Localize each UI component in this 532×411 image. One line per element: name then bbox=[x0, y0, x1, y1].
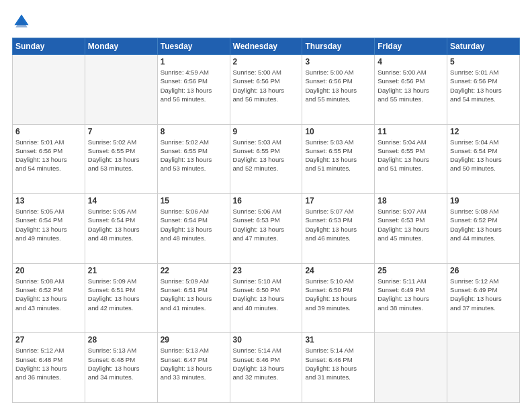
day-header-tuesday: Tuesday bbox=[157, 38, 230, 55]
day-cell: 19Sunrise: 5:08 AM Sunset: 6:52 PM Dayli… bbox=[447, 194, 520, 264]
page: SundayMondayTuesdayWednesdayThursdayFrid… bbox=[0, 0, 532, 411]
day-cell bbox=[447, 333, 520, 403]
week-row-2: 6Sunrise: 5:01 AM Sunset: 6:56 PM Daylig… bbox=[13, 124, 520, 194]
day-number: 11 bbox=[378, 127, 444, 136]
day-cell: 12Sunrise: 5:04 AM Sunset: 6:54 PM Dayli… bbox=[447, 124, 520, 194]
day-cell: 4Sunrise: 5:00 AM Sunset: 6:56 PM Daylig… bbox=[375, 55, 447, 125]
day-cell: 28Sunrise: 5:13 AM Sunset: 6:48 PM Dayli… bbox=[85, 333, 157, 403]
day-info: Sunrise: 5:00 AM Sunset: 6:56 PM Dayligh… bbox=[233, 68, 300, 103]
day-cell: 29Sunrise: 5:13 AM Sunset: 6:47 PM Dayli… bbox=[157, 333, 230, 403]
calendar-body: 1Sunrise: 4:59 AM Sunset: 6:56 PM Daylig… bbox=[13, 55, 520, 403]
day-info: Sunrise: 5:10 AM Sunset: 6:50 PM Dayligh… bbox=[233, 277, 300, 312]
day-cell: 22Sunrise: 5:09 AM Sunset: 6:51 PM Dayli… bbox=[157, 263, 230, 333]
day-number: 26 bbox=[450, 266, 517, 275]
day-number: 10 bbox=[305, 127, 371, 136]
day-info: Sunrise: 5:12 AM Sunset: 6:48 PM Dayligh… bbox=[15, 346, 82, 381]
day-cell: 25Sunrise: 5:11 AM Sunset: 6:49 PM Dayli… bbox=[375, 263, 447, 333]
day-info: Sunrise: 5:05 AM Sunset: 6:54 PM Dayligh… bbox=[15, 207, 82, 242]
day-number: 19 bbox=[450, 196, 517, 205]
day-info: Sunrise: 5:13 AM Sunset: 6:48 PM Dayligh… bbox=[88, 346, 154, 381]
week-row-1: 1Sunrise: 4:59 AM Sunset: 6:56 PM Daylig… bbox=[13, 55, 520, 125]
day-info: Sunrise: 5:05 AM Sunset: 6:54 PM Dayligh… bbox=[88, 207, 154, 242]
day-cell: 11Sunrise: 5:04 AM Sunset: 6:55 PM Dayli… bbox=[375, 124, 447, 194]
logo-icon bbox=[12, 12, 31, 31]
day-header-friday: Friday bbox=[375, 38, 447, 55]
day-cell bbox=[85, 55, 157, 125]
day-info: Sunrise: 5:07 AM Sunset: 6:53 PM Dayligh… bbox=[305, 207, 371, 242]
day-header-wednesday: Wednesday bbox=[230, 38, 302, 55]
day-number: 5 bbox=[450, 57, 517, 66]
day-cell: 23Sunrise: 5:10 AM Sunset: 6:50 PM Dayli… bbox=[230, 263, 302, 333]
header-row: SundayMondayTuesdayWednesdayThursdayFrid… bbox=[13, 38, 520, 55]
day-number: 21 bbox=[88, 266, 154, 275]
day-cell: 27Sunrise: 5:12 AM Sunset: 6:48 PM Dayli… bbox=[13, 333, 85, 403]
day-info: Sunrise: 5:04 AM Sunset: 6:55 PM Dayligh… bbox=[378, 138, 444, 173]
logo bbox=[12, 12, 34, 31]
day-cell: 26Sunrise: 5:12 AM Sunset: 6:49 PM Dayli… bbox=[447, 263, 520, 333]
day-number: 20 bbox=[15, 266, 82, 275]
day-info: Sunrise: 5:06 AM Sunset: 6:54 PM Dayligh… bbox=[161, 207, 227, 242]
day-info: Sunrise: 5:06 AM Sunset: 6:53 PM Dayligh… bbox=[233, 207, 300, 242]
calendar-header: SundayMondayTuesdayWednesdayThursdayFrid… bbox=[13, 38, 520, 55]
day-header-monday: Monday bbox=[85, 38, 157, 55]
day-number: 24 bbox=[305, 266, 371, 275]
day-info: Sunrise: 5:09 AM Sunset: 6:51 PM Dayligh… bbox=[161, 277, 227, 312]
day-info: Sunrise: 5:08 AM Sunset: 6:52 PM Dayligh… bbox=[450, 207, 517, 242]
day-cell: 13Sunrise: 5:05 AM Sunset: 6:54 PM Dayli… bbox=[13, 194, 85, 264]
day-number: 1 bbox=[161, 57, 227, 66]
day-info: Sunrise: 5:02 AM Sunset: 6:55 PM Dayligh… bbox=[161, 138, 227, 173]
day-number: 12 bbox=[450, 127, 517, 136]
day-cell: 15Sunrise: 5:06 AM Sunset: 6:54 PM Dayli… bbox=[157, 194, 230, 264]
day-cell: 21Sunrise: 5:09 AM Sunset: 6:51 PM Dayli… bbox=[85, 263, 157, 333]
day-cell: 3Sunrise: 5:00 AM Sunset: 6:56 PM Daylig… bbox=[302, 55, 375, 125]
day-info: Sunrise: 5:04 AM Sunset: 6:54 PM Dayligh… bbox=[450, 138, 517, 173]
day-number: 29 bbox=[161, 335, 227, 345]
day-cell: 5Sunrise: 5:01 AM Sunset: 6:56 PM Daylig… bbox=[447, 55, 520, 125]
day-cell: 9Sunrise: 5:03 AM Sunset: 6:55 PM Daylig… bbox=[230, 124, 302, 194]
day-info: Sunrise: 5:02 AM Sunset: 6:55 PM Dayligh… bbox=[88, 138, 154, 173]
day-cell: 24Sunrise: 5:10 AM Sunset: 6:50 PM Dayli… bbox=[302, 263, 375, 333]
week-row-4: 20Sunrise: 5:08 AM Sunset: 6:52 PM Dayli… bbox=[13, 263, 520, 333]
day-info: Sunrise: 5:14 AM Sunset: 6:46 PM Dayligh… bbox=[305, 346, 371, 381]
week-row-3: 13Sunrise: 5:05 AM Sunset: 6:54 PM Dayli… bbox=[13, 194, 520, 264]
day-number: 6 bbox=[15, 127, 82, 136]
day-info: Sunrise: 5:07 AM Sunset: 6:53 PM Dayligh… bbox=[378, 207, 444, 242]
calendar-table: SundayMondayTuesdayWednesdayThursdayFrid… bbox=[12, 38, 520, 403]
day-number: 15 bbox=[161, 196, 227, 205]
day-number: 8 bbox=[161, 127, 227, 136]
day-cell bbox=[375, 333, 447, 403]
day-number: 30 bbox=[233, 335, 300, 345]
day-info: Sunrise: 5:03 AM Sunset: 6:55 PM Dayligh… bbox=[233, 138, 300, 173]
day-cell: 7Sunrise: 5:02 AM Sunset: 6:55 PM Daylig… bbox=[85, 124, 157, 194]
day-cell bbox=[13, 55, 85, 125]
day-number: 9 bbox=[233, 127, 300, 136]
day-number: 13 bbox=[15, 196, 82, 205]
day-number: 7 bbox=[88, 127, 154, 136]
day-info: Sunrise: 5:01 AM Sunset: 6:56 PM Dayligh… bbox=[450, 68, 517, 103]
day-number: 14 bbox=[88, 196, 154, 205]
day-header-saturday: Saturday bbox=[447, 38, 520, 55]
day-info: Sunrise: 5:13 AM Sunset: 6:47 PM Dayligh… bbox=[161, 346, 227, 381]
day-number: 16 bbox=[233, 196, 300, 205]
day-info: Sunrise: 5:03 AM Sunset: 6:55 PM Dayligh… bbox=[305, 138, 371, 173]
day-number: 27 bbox=[15, 335, 82, 345]
day-number: 23 bbox=[233, 266, 300, 275]
day-info: Sunrise: 5:00 AM Sunset: 6:56 PM Dayligh… bbox=[378, 68, 444, 103]
day-info: Sunrise: 4:59 AM Sunset: 6:56 PM Dayligh… bbox=[161, 68, 227, 103]
day-info: Sunrise: 5:11 AM Sunset: 6:49 PM Dayligh… bbox=[378, 277, 444, 312]
day-number: 17 bbox=[305, 196, 371, 205]
day-number: 4 bbox=[378, 57, 444, 66]
day-cell: 20Sunrise: 5:08 AM Sunset: 6:52 PM Dayli… bbox=[13, 263, 85, 333]
day-info: Sunrise: 5:10 AM Sunset: 6:50 PM Dayligh… bbox=[305, 277, 371, 312]
header bbox=[12, 12, 520, 31]
day-number: 3 bbox=[305, 57, 371, 66]
day-cell: 6Sunrise: 5:01 AM Sunset: 6:56 PM Daylig… bbox=[13, 124, 85, 194]
day-cell: 17Sunrise: 5:07 AM Sunset: 6:53 PM Dayli… bbox=[302, 194, 375, 264]
day-cell: 2Sunrise: 5:00 AM Sunset: 6:56 PM Daylig… bbox=[230, 55, 302, 125]
day-cell: 30Sunrise: 5:14 AM Sunset: 6:46 PM Dayli… bbox=[230, 333, 302, 403]
day-cell: 10Sunrise: 5:03 AM Sunset: 6:55 PM Dayli… bbox=[302, 124, 375, 194]
day-number: 22 bbox=[161, 266, 227, 275]
day-number: 31 bbox=[305, 335, 371, 345]
day-info: Sunrise: 5:09 AM Sunset: 6:51 PM Dayligh… bbox=[88, 277, 154, 312]
day-cell: 31Sunrise: 5:14 AM Sunset: 6:46 PM Dayli… bbox=[302, 333, 375, 403]
